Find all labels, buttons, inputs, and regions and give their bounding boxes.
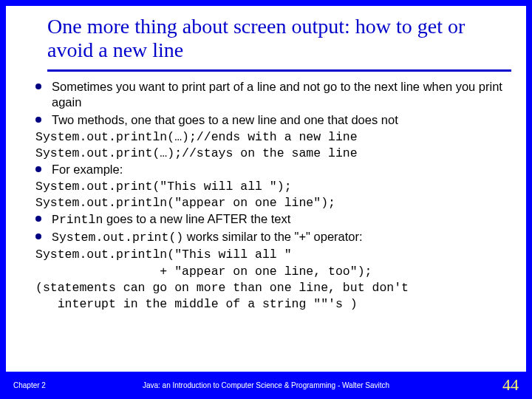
bullet-icon: [35, 117, 41, 123]
code-line: + "appear on one line, too");: [35, 264, 505, 279]
bullet-text: Two methods, one that goes to a new line…: [52, 112, 505, 128]
bullet-item: System.out.print() works similar to the …: [35, 229, 505, 245]
bullet-text: For example:: [52, 162, 505, 177]
bullet-text: Sometimes you want to print part of a li…: [52, 79, 505, 110]
slide-card: One more thing about screen output: how …: [6, 6, 526, 372]
bullet-text: Println goes to a new line AFTER the tex…: [52, 211, 505, 228]
code-line: interupt in the middle of a string ""'s …: [35, 296, 505, 312]
code-line: (statements can go on more than one line…: [35, 280, 505, 296]
bullet-icon: [35, 166, 41, 172]
bullet-tail: goes to a new line AFTER the text: [103, 212, 290, 225]
bullet-item: Sometimes you want to print part of a li…: [35, 79, 505, 110]
title-underline: [47, 69, 511, 72]
bullet-item: For example:: [35, 162, 505, 177]
code-line: System.out.println("appear on one line")…: [35, 195, 505, 211]
bullet-icon: [35, 233, 41, 239]
bullet-item: Two methods, one that goes to a new line…: [35, 112, 505, 128]
code-line: System.out.print(…);//stays on the same …: [35, 146, 505, 161]
slide-title: One more thing about screen output: how …: [6, 6, 526, 66]
bullet-tail: works similar to the "+" operator:: [183, 230, 362, 243]
page-number: 44: [502, 375, 519, 395]
bullet-icon: [35, 83, 41, 89]
inline-code: Println: [52, 213, 103, 227]
bullet-text: System.out.print() works similar to the …: [52, 229, 505, 245]
code-line: System.out.print("This will all ");: [35, 179, 505, 194]
slide-body: Sometimes you want to print part of a li…: [6, 79, 526, 312]
bullet-item: Println goes to a new line AFTER the tex…: [35, 211, 505, 228]
footer-left: Chapter 2: [13, 381, 46, 389]
inline-code: System.out.print(): [52, 231, 183, 245]
code-line: System.out.println(…);//ends with a new …: [35, 129, 505, 145]
bullet-icon: [35, 216, 41, 222]
footer-center: Java: an Introduction to Computer Scienc…: [143, 381, 389, 389]
code-line: System.out.println("This will all ": [35, 247, 505, 262]
slide-footer: Chapter 2 Java: an Introduction to Compu…: [0, 375, 532, 395]
